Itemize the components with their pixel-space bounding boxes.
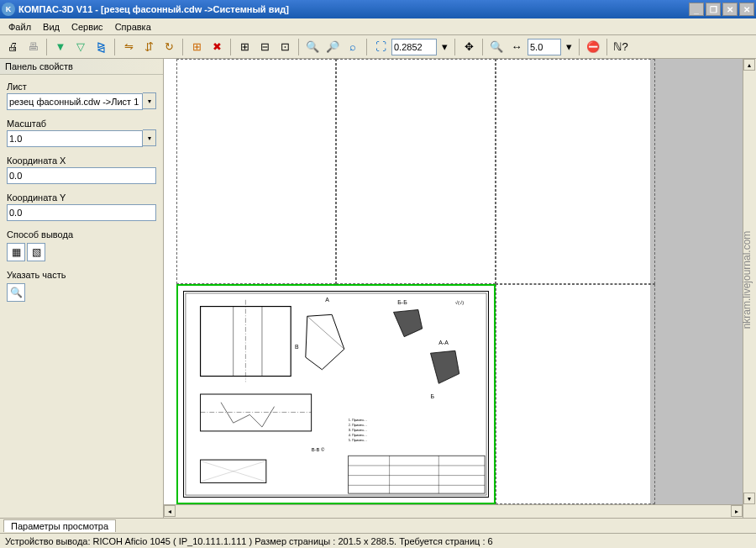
zoom-fit-icon[interactable]: ⛶ [371,38,390,56]
scroll-left-icon[interactable]: ◂ [164,505,176,517]
print-tile-3[interactable] [496,59,655,284]
print-icon[interactable]: 🖨 [3,38,22,56]
menu-service[interactable]: Сервис [66,20,108,34]
zoom-dropdown-icon[interactable]: ▾ [438,38,450,56]
svg-text:А: А [325,297,329,303]
flip-h-icon[interactable]: ⇋ [119,38,138,56]
close-doc-button[interactable]: ✕ [722,3,738,16]
window-title: КОМПАС-3D V11 - [резец фасонный.cdw ->Си… [18,4,689,14]
svg-text:3. Примеч…: 3. Примеч… [349,428,367,432]
svg-text:4. Примеч…: 4. Примеч… [349,433,367,437]
svg-text:1. Примеч…: 1. Примеч… [349,418,367,422]
layout-icon[interactable]: ⊞ [187,38,206,56]
tab-bar: Параметры просмотра [0,518,756,533]
coordy-label: Координата Y [7,192,156,203]
measure-icon[interactable]: ↔ [507,38,526,56]
scroll-right-icon[interactable]: ▸ [731,505,743,517]
scroll-up-icon[interactable]: ▴ [743,59,755,71]
zoom-realtime-icon[interactable]: 🔍 [487,38,506,56]
svg-text:2. Примеч…: 2. Примеч… [349,423,367,427]
svg-text:√(√): √(√) [455,300,464,305]
print-tile-1[interactable] [176,59,336,284]
help-icon[interactable]: ℕ? [612,38,630,56]
menu-view[interactable]: Вид [38,20,65,34]
svg-text:В-В ©: В-В © [312,447,325,452]
select-part-button[interactable]: 🔍 [7,283,25,302]
scale-label: Масштаб [7,119,156,129]
print-tile-6[interactable] [496,284,655,504]
menu-bar: Файл Вид Сервис Справка [0,18,756,35]
status-bar: Устройство вывода: RICOH Aficio 1045 ( I… [0,533,756,548]
properties-panel: Панель свойств Лист ▾ Масштаб ▾ Координа… [0,59,164,518]
scale-input[interactable] [7,130,143,147]
zoom-in-icon[interactable]: 🔍 [303,38,322,56]
print-tile-selected[interactable]: А В Б-Б √(√) А-А Б [176,284,496,504]
panel-header: Панель свойств [0,59,163,75]
filter-icon[interactable]: ▼ [51,38,70,56]
coordx-input[interactable] [7,167,156,184]
zoom-out-icon[interactable]: 🔎 [323,38,342,56]
canvas-area: А В Б-Б √(√) А-А Б [164,59,756,518]
svg-text:Б: Б [431,393,435,399]
canvas-gray-right [650,59,743,504]
zoom-area-icon[interactable]: ⌕ [344,38,362,56]
menu-file[interactable]: Файл [3,20,36,34]
svg-text:Б-Б: Б-Б [397,299,407,305]
output-mode-label: Способ вывода [7,229,156,240]
sheet-label: Лист [7,82,156,92]
tab-view-params[interactable]: Параметры просмотра [3,519,116,532]
flip-v-icon[interactable]: ⇵ [139,38,158,56]
close-panel-icon[interactable]: ✖ [207,38,226,56]
pan-icon[interactable]: ✥ [459,38,478,56]
toolbar: 🖨 🖶 ▼ ▽ ⧎ ⇋ ⇵ ↻ ⊞ ✖ ⊞ ⊟ ⊡ 🔍 🔎 ⌕ ⛶ ▾ ✥ 🔍 … [0,35,756,59]
rotate-icon[interactable]: ↻ [160,38,178,56]
svg-rect-21 [349,456,485,493]
minimize-button[interactable]: _ [689,3,704,16]
stop-icon[interactable]: ⛔ [584,38,602,56]
coordx-label: Координата X [7,155,156,166]
watermark: nkram.livejournal.com [742,231,753,329]
step-value-input[interactable] [528,39,561,55]
svg-text:5. Примеч…: 5. Примеч… [349,438,367,442]
restore-button[interactable]: ❐ [706,3,721,16]
scale-dropdown-icon[interactable]: ▾ [143,129,156,146]
svg-text:А-А: А-А [438,340,449,345]
grid2-icon[interactable]: ⊟ [255,38,274,56]
coordy-input[interactable] [7,204,156,221]
grid1-icon[interactable]: ⊞ [235,38,254,56]
zoom-value-input[interactable] [391,39,437,55]
print-tile-2[interactable] [336,59,496,284]
output-mode-a-button[interactable]: ▦ [7,243,25,261]
print-all-icon[interactable]: 🖶 [24,38,42,56]
svg-text:В: В [295,344,299,350]
grid3-icon[interactable]: ⊡ [276,38,294,56]
menu-help[interactable]: Справка [110,20,156,34]
close-app-button[interactable]: ✕ [739,3,754,16]
sheet-dropdown-icon[interactable]: ▾ [143,92,156,109]
title-bar: K КОМПАС-3D V11 - [резец фасонный.cdw ->… [0,0,756,18]
funnel-icon[interactable]: ⧎ [92,38,110,56]
select-part-label: Указать часть [7,270,156,280]
horizontal-scrollbar[interactable]: ◂ ▸ [164,504,743,518]
viewport[interactable]: А В Б-Б √(√) А-А Б [164,59,743,504]
filter-sort-icon[interactable]: ▽ [71,38,90,56]
svg-rect-12 [201,394,312,431]
step-dropdown-icon[interactable]: ▾ [563,38,575,56]
sheet-input[interactable] [7,93,143,110]
app-icon: K [2,3,15,16]
status-text: Устройство вывода: RICOH Aficio 1045 ( I… [5,536,493,546]
output-mode-b-button[interactable]: ▧ [27,243,45,261]
technical-drawing: А В Б-Б √(√) А-А Б [183,291,489,498]
scroll-down-icon[interactable]: ▾ [743,493,755,504]
